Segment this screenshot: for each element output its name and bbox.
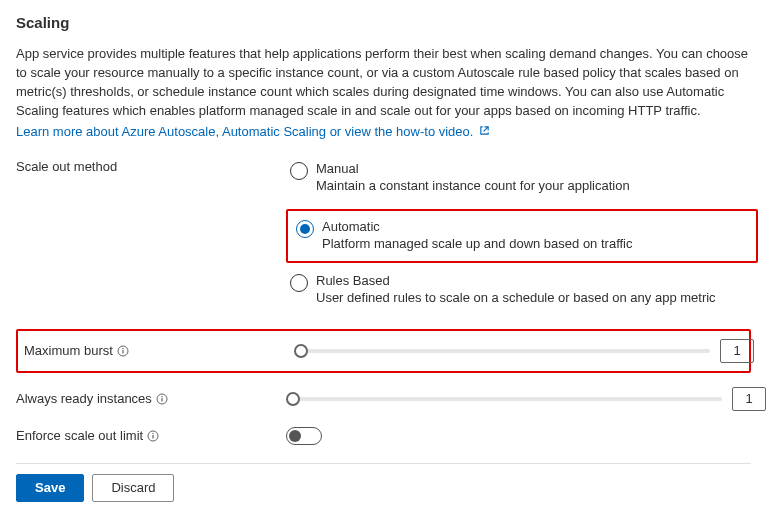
external-link-icon xyxy=(479,124,490,139)
radio-title: Rules Based xyxy=(316,273,716,290)
radio-desc: Maintain a constant instance count for y… xyxy=(316,178,630,195)
radio-icon xyxy=(290,162,308,180)
enforce-limit-toggle[interactable] xyxy=(286,427,322,445)
divider xyxy=(16,463,751,464)
scale-out-method-label: Scale out method xyxy=(16,157,286,174)
slider-thumb[interactable] xyxy=(286,392,300,406)
always-ready-slider[interactable] xyxy=(286,390,722,408)
page-title: Scaling xyxy=(16,14,751,31)
radio-title: Manual xyxy=(316,161,630,178)
radio-icon xyxy=(290,274,308,292)
radio-desc: User defined rules to scale on a schedul… xyxy=(316,290,716,307)
maximum-burst-slider[interactable] xyxy=(294,342,710,360)
radio-title: Automatic xyxy=(322,219,633,236)
radio-option-manual[interactable]: Manual Maintain a constant instance coun… xyxy=(286,157,758,205)
discard-button[interactable]: Discard xyxy=(92,474,174,502)
radio-icon-selected xyxy=(296,220,314,238)
info-icon[interactable] xyxy=(117,345,129,357)
save-button[interactable]: Save xyxy=(16,474,84,502)
svg-rect-8 xyxy=(153,433,154,434)
svg-rect-7 xyxy=(153,435,154,439)
svg-rect-1 xyxy=(122,350,123,354)
svg-rect-2 xyxy=(122,348,123,349)
radio-option-rules-based[interactable]: Rules Based User defined rules to scale … xyxy=(286,269,758,317)
svg-rect-4 xyxy=(161,398,162,402)
intro-text: App service provides multiple features t… xyxy=(16,45,751,120)
always-ready-label: Always ready instances xyxy=(16,391,152,406)
maximum-burst-label: Maximum burst xyxy=(24,343,113,358)
radio-option-automatic[interactable]: Automatic Platform managed scale up and … xyxy=(292,215,752,255)
info-icon[interactable] xyxy=(147,430,159,442)
always-ready-input[interactable]: 1 xyxy=(732,387,766,411)
slider-thumb[interactable] xyxy=(294,344,308,358)
svg-rect-5 xyxy=(161,396,162,397)
learn-more-link[interactable]: Learn more about Azure Autoscale, Automa… xyxy=(16,124,490,139)
enforce-limit-label: Enforce scale out limit xyxy=(16,428,143,443)
maximum-burst-input[interactable]: 1 xyxy=(720,339,754,363)
radio-desc: Platform managed scale up and down based… xyxy=(322,236,633,253)
info-icon[interactable] xyxy=(156,393,168,405)
